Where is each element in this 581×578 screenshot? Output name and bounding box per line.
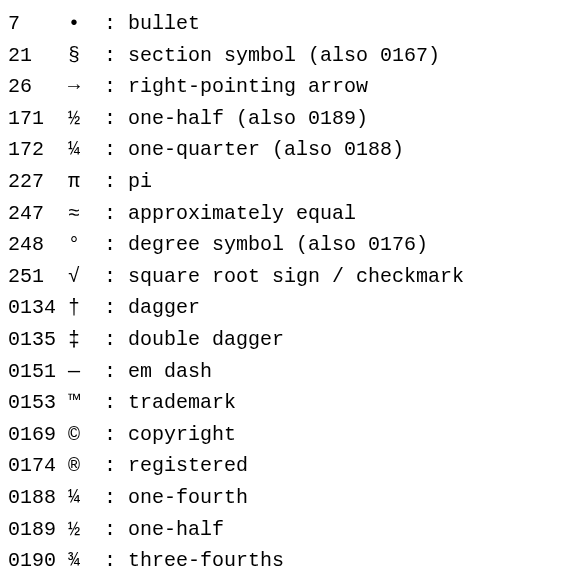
alt-code-symbol: √: [68, 261, 92, 293]
alt-code-description: degree symbol (also 0176): [128, 233, 428, 256]
alt-code-symbol: •: [68, 8, 92, 40]
alt-code-row: 248° : degree symbol (also 0176): [8, 229, 573, 261]
alt-code-description: em dash: [128, 360, 212, 383]
alt-code-symbol: π: [68, 166, 92, 198]
alt-code-row: 0189½ : one-half: [8, 514, 573, 546]
alt-code-symbol: ™: [68, 387, 92, 419]
alt-code-row: 171½ : one-half (also 0189): [8, 103, 573, 135]
alt-code-row: 0134† : dagger: [8, 292, 573, 324]
alt-code-symbol: §: [68, 40, 92, 72]
alt-code-row: 247≈ : approximately equal: [8, 198, 573, 230]
alt-code-list: 7• : bullet21§ : section symbol (also 01…: [8, 8, 573, 577]
alt-code-row: 0169© : copyright: [8, 419, 573, 451]
separator: :: [92, 482, 128, 514]
alt-code-row: 0151— : em dash: [8, 356, 573, 388]
alt-code-symbol: °: [68, 229, 92, 261]
alt-code-row: 26→ : right-pointing arrow: [8, 71, 573, 103]
alt-code-number: 251: [8, 261, 68, 293]
alt-code-symbol: →: [68, 71, 92, 103]
separator: :: [92, 545, 128, 577]
alt-code-number: 172: [8, 134, 68, 166]
separator: :: [92, 166, 128, 198]
alt-code-symbol: ½: [68, 103, 92, 135]
alt-code-description: pi: [128, 170, 152, 193]
separator: :: [92, 387, 128, 419]
alt-code-description: dagger: [128, 296, 200, 319]
alt-code-row: 0190¾ : three-fourths: [8, 545, 573, 577]
alt-code-row: 251√ : square root sign / checkmark: [8, 261, 573, 293]
alt-code-row: 227π : pi: [8, 166, 573, 198]
separator: :: [92, 356, 128, 388]
alt-code-description: one-half (also 0189): [128, 107, 368, 130]
separator: :: [92, 103, 128, 135]
separator: :: [92, 292, 128, 324]
alt-code-number: 0169: [8, 419, 68, 451]
alt-code-number: 0190: [8, 545, 68, 577]
alt-code-description: three-fourths: [128, 549, 284, 572]
alt-code-symbol: ≈: [68, 198, 92, 230]
alt-code-number: 247: [8, 198, 68, 230]
alt-code-row: 0135‡ : double dagger: [8, 324, 573, 356]
alt-code-row: 7• : bullet: [8, 8, 573, 40]
alt-code-row: 0188¼ : one-fourth: [8, 482, 573, 514]
alt-code-number: 0135: [8, 324, 68, 356]
alt-code-description: square root sign / checkmark: [128, 265, 464, 288]
separator: :: [92, 514, 128, 546]
separator: :: [92, 450, 128, 482]
separator: :: [92, 261, 128, 293]
alt-code-number: 0189: [8, 514, 68, 546]
alt-code-symbol: ¼: [68, 134, 92, 166]
alt-code-description: bullet: [128, 12, 200, 35]
alt-code-number: 171: [8, 103, 68, 135]
alt-code-description: right-pointing arrow: [128, 75, 368, 98]
alt-code-description: section symbol (also 0167): [128, 44, 440, 67]
alt-code-description: approximately equal: [128, 202, 356, 225]
alt-code-number: 7: [8, 8, 68, 40]
alt-code-description: one-half: [128, 518, 224, 541]
alt-code-symbol: ½: [68, 514, 92, 546]
alt-code-symbol: ¼: [68, 482, 92, 514]
separator: :: [92, 71, 128, 103]
alt-code-number: 26: [8, 71, 68, 103]
alt-code-number: 0153: [8, 387, 68, 419]
alt-code-row: 172¼ : one-quarter (also 0188): [8, 134, 573, 166]
separator: :: [92, 40, 128, 72]
alt-code-symbol: —: [68, 356, 92, 388]
alt-code-number: 0151: [8, 356, 68, 388]
alt-code-symbol: ©: [68, 419, 92, 451]
separator: :: [92, 324, 128, 356]
alt-code-number: 248: [8, 229, 68, 261]
separator: :: [92, 419, 128, 451]
alt-code-symbol: †: [68, 292, 92, 324]
alt-code-number: 0188: [8, 482, 68, 514]
alt-code-row: 21§ : section symbol (also 0167): [8, 40, 573, 72]
alt-code-number: 227: [8, 166, 68, 198]
alt-code-description: one-quarter (also 0188): [128, 138, 404, 161]
alt-code-description: double dagger: [128, 328, 284, 351]
separator: :: [92, 229, 128, 261]
alt-code-description: copyright: [128, 423, 236, 446]
alt-code-description: registered: [128, 454, 248, 477]
alt-code-number: 0134: [8, 292, 68, 324]
alt-code-number: 0174: [8, 450, 68, 482]
alt-code-number: 21: [8, 40, 68, 72]
separator: :: [92, 198, 128, 230]
separator: :: [92, 134, 128, 166]
alt-code-row: 0174® : registered: [8, 450, 573, 482]
separator: :: [92, 8, 128, 40]
alt-code-row: 0153™ : trademark: [8, 387, 573, 419]
alt-code-symbol: ‡: [68, 324, 92, 356]
alt-code-symbol: ®: [68, 450, 92, 482]
alt-code-symbol: ¾: [68, 545, 92, 577]
alt-code-description: trademark: [128, 391, 236, 414]
alt-code-description: one-fourth: [128, 486, 248, 509]
